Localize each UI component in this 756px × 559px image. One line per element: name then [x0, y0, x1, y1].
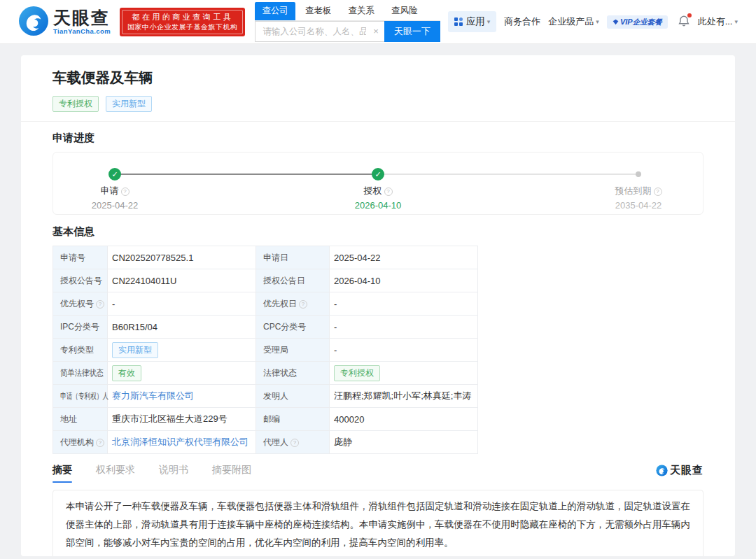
app-grid-icon [454, 17, 463, 26]
brand-name: 天眼查 [53, 8, 111, 27]
timeline-step-apply: 申请? 2025-04-22 [59, 185, 171, 211]
ipc-class: B60R15/04 [108, 316, 256, 339]
table-row: IPC分类号 B60R15/04 CPC分类号 - [53, 316, 478, 339]
row-label: 授权公告日 [256, 269, 330, 292]
apps-label: 应用 [466, 15, 485, 28]
simple-legal-status: 有效 [108, 362, 256, 385]
row-label: 简单法律状态 [53, 362, 108, 385]
table-row: 授权公告号 CN224104011U 授权公告日 2026-04-10 [53, 269, 478, 292]
grant-publication-date: 2026-04-10 [330, 269, 478, 292]
row-label: 地址 [53, 408, 108, 431]
tab-abstract[interactable]: 摘要 [52, 464, 72, 483]
tab-claims[interactable]: 权利要求 [96, 464, 135, 483]
row-label: 申请日 [256, 246, 330, 269]
help-icon[interactable]: ? [299, 300, 307, 309]
row-label: 受理局 [256, 339, 330, 362]
search-tab-relation[interactable]: 查关系 [348, 2, 374, 20]
table-row: 专利类型 实用新型 受理局 - [53, 339, 478, 362]
search-tab-boss[interactable]: 查老板 [305, 2, 332, 20]
row-label: 专利类型 [53, 339, 108, 362]
nav-business-cooperation[interactable]: 商务合作 [504, 15, 540, 28]
timeline-step-expiry: 预估到期? 2035-04-22 [582, 185, 694, 211]
status-badge-grant: 专利授权 [52, 96, 99, 112]
progress-timeline: ✓ ✓ 申请? 2025-04-22 授权? 2026-04-10 预估到期? … [52, 152, 704, 215]
application-number: CN202520778525.1 [108, 246, 256, 269]
table-row: 代理机构? 北京润泽恒知识产权代理有限公司 代理人? 庞静 [53, 431, 478, 454]
status-badge-type: 实用新型 [106, 96, 152, 112]
row-label: 代理机构? [53, 431, 108, 454]
timeline-segment-done [115, 174, 378, 175]
postcode: 400020 [330, 408, 478, 431]
search-button[interactable]: 天眼一下 [384, 21, 440, 42]
application-date: 2025-04-22 [330, 246, 478, 269]
help-icon[interactable]: ? [384, 187, 393, 196]
abstract-text: 本申请公开了一种车载便器及车辆，车载便器包括便器主体和滑轨组件，滑轨组件包括固定… [66, 497, 690, 552]
agency: 北京润泽恒知识产权代理有限公司 [108, 431, 256, 454]
watermark-brand: 天眼查 [656, 464, 704, 477]
row-label: 发明人 [256, 385, 330, 408]
tab-description[interactable]: 说明书 [159, 464, 188, 483]
row-label: 法律状态 [256, 362, 330, 385]
tab-abstract-figure[interactable]: 摘要附图 [212, 464, 251, 483]
notification-bell-icon[interactable] [678, 15, 690, 29]
tianyancha-bird-icon [656, 465, 668, 476]
abstract-panel: 本申请公开了一种车载便器及车辆，车载便器包括便器主体和滑轨组件，滑轨组件包括固定… [52, 490, 704, 556]
step-date: 2035-04-22 [582, 200, 694, 211]
row-label: CPC分类号 [256, 316, 330, 339]
valid-badge: 有效 [112, 365, 141, 381]
brand-domain: TianYanCha.com [53, 27, 111, 35]
table-row: 申请（专利权）人 赛力斯汽车有限公司 发明人 汪鹏程;郑耀凯;叶小军;林真廷;丰… [53, 385, 478, 408]
clear-icon[interactable]: × [373, 26, 379, 37]
granted-badge: 专利授权 [334, 365, 380, 381]
apps-menu[interactable]: 应用 ▾ [448, 11, 497, 32]
step-date: 2025-04-22 [59, 200, 171, 211]
help-icon[interactable]: ? [654, 187, 662, 196]
tianyancha-logo[interactable]: 天眼查 TianYanCha.com [18, 6, 111, 38]
table-row: 优先权号? - 优先权日? - [53, 292, 478, 316]
row-label: 优先权日? [256, 292, 330, 316]
search-tabs: 查公司 查老板 查关系 查风险 [255, 2, 440, 21]
help-icon[interactable]: ? [121, 187, 130, 196]
search-group: 查公司 查老板 查关系 查风险 × 天眼一下 [255, 2, 440, 42]
help-icon[interactable]: ? [96, 439, 104, 447]
slogan-badge: 都在用的商业查询工具 国家中小企业发展子基金旗下机构 [120, 8, 246, 36]
search-tab-risk[interactable]: 查风险 [391, 2, 418, 20]
slogan-line1: 都在用的商业查询工具 [127, 12, 238, 22]
row-label: 申请号 [53, 246, 108, 269]
accepting-office: - [330, 339, 478, 362]
search-tab-company[interactable]: 查公司 [255, 2, 295, 20]
tianyancha-bird-icon [18, 6, 49, 38]
patent-type: 实用新型 [108, 339, 256, 362]
agent: 庞静 [330, 431, 478, 454]
check-icon: ✓ [108, 168, 121, 181]
top-navbar: 天眼查 TianYanCha.com 都在用的商业查询工具 国家中小企业发展子基… [0, 0, 756, 44]
chevron-down-icon: ▾ [487, 18, 491, 25]
notification-dot [687, 13, 692, 17]
row-label: 优先权号? [53, 292, 108, 316]
search-input[interactable] [255, 21, 384, 42]
table-row: 申请号 CN202520778525.1 申请日 2025-04-22 [53, 246, 478, 269]
help-icon[interactable]: ? [96, 300, 104, 309]
navbar-right: 应用 ▾ 商务合作 企业级产品 ▾ VIP 企业套餐 此处有... ▾ [440, 11, 738, 32]
row-label: 授权公告号 [53, 269, 108, 292]
applicant-company-link[interactable]: 赛力斯汽车有限公司 [112, 390, 194, 401]
timeline-step-grant: 授权? 2026-04-10 [322, 185, 434, 211]
basic-info-table: 申请号 CN202520778525.1 申请日 2025-04-22 授权公告… [52, 246, 478, 454]
patent-tags: 专利授权 实用新型 [52, 96, 704, 112]
cpc-class: - [330, 316, 478, 339]
grant-publication-number: CN224104011U [108, 269, 256, 292]
row-label: 邮编 [256, 408, 330, 431]
divider [21, 121, 735, 122]
row-label: 代理人? [256, 431, 330, 454]
address: 重庆市江北区福生大道229号 [108, 408, 256, 431]
legal-status: 专利授权 [330, 362, 478, 385]
applicant: 赛力斯汽车有限公司 [108, 385, 256, 408]
user-menu[interactable]: 此处有... ▾ [698, 15, 738, 28]
timeline-segment-pending [378, 174, 638, 175]
step-date: 2026-04-10 [322, 200, 434, 211]
section-heading-basic-info: 基本信息 [52, 225, 704, 239]
agency-link[interactable]: 北京润泽恒知识产权代理有限公司 [112, 437, 248, 447]
vip-package-button[interactable]: VIP 企业套餐 [607, 15, 668, 29]
nav-enterprise-products[interactable]: 企业级产品 ▾ [548, 15, 599, 28]
help-icon[interactable]: ? [290, 439, 299, 447]
